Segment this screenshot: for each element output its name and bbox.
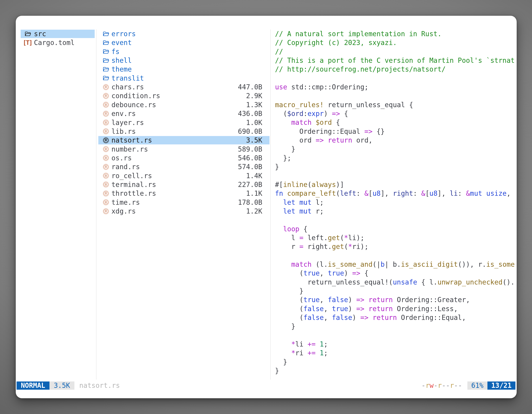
- code-line: }: [275, 357, 517, 366]
- folder-icon: [103, 66, 109, 73]
- rust-icon: [103, 155, 109, 161]
- folder-icon: [103, 75, 109, 81]
- file-size: 1.4K: [246, 172, 262, 180]
- code-line: return_unless_equal!(unsafe { l.unwrap_u…: [275, 278, 517, 287]
- code-line: };: [275, 154, 517, 163]
- code-line: Ordering::Equal => {}: [275, 127, 517, 136]
- file-row-shell[interactable]: shell: [98, 56, 269, 65]
- file-row-event[interactable]: event: [98, 39, 269, 47]
- code-line: r = right.get(*ri);: [275, 242, 517, 251]
- file-size: 690.0B: [238, 127, 262, 136]
- parent-pane[interactable]: src[T]Cargo.toml: [21, 29, 95, 380]
- folder-icon: [103, 39, 109, 46]
- rust-icon: [103, 128, 109, 135]
- code-line: [275, 251, 517, 260]
- rust-icon: [103, 93, 109, 99]
- code-line: //: [275, 47, 517, 56]
- file-row-terminal.rs[interactable]: terminal.rs227.0B: [98, 180, 269, 189]
- file-row-translit[interactable]: translit: [98, 74, 269, 82]
- file-name: number.rs: [111, 145, 148, 154]
- code-line: (true, true) => {: [275, 269, 517, 278]
- code-line: use std::cmp::Ordering;: [275, 83, 517, 91]
- rust-icon: [103, 84, 109, 90]
- file-name: errors: [111, 30, 136, 38]
- status-right: -rw-r--r-- 61% 13/21: [421, 382, 515, 390]
- rust-icon: [103, 190, 109, 197]
- file-name: time.rs: [111, 198, 140, 207]
- file-row-natsort.rs[interactable]: natsort.rs3.5K: [98, 136, 269, 144]
- file-size: 546.0B: [238, 154, 262, 162]
- desktop-background: src[T]Cargo.toml errorseventfsshelltheme…: [0, 0, 532, 414]
- rust-icon: [103, 208, 109, 215]
- file-size: 227.0B: [238, 180, 262, 189]
- file-name: fs: [111, 48, 120, 56]
- file-row-xdg.rs[interactable]: xdg.rs1.2K: [98, 207, 269, 215]
- file-row-chars.rs[interactable]: chars.rs447.0B: [98, 83, 269, 91]
- code-line: #[inline(always)]: [275, 180, 517, 189]
- rust-icon: [103, 181, 109, 188]
- code-line: ord => return ord,: [275, 136, 517, 144]
- file-name: rand.rs: [111, 163, 140, 171]
- file-name: theme: [111, 65, 132, 73]
- code-line: [275, 216, 517, 224]
- file-size: 1.0K: [246, 118, 262, 127]
- file-name: natsort.rs: [111, 136, 152, 144]
- file-row-ro_cell.rs[interactable]: ro_cell.rs1.4K: [98, 172, 269, 180]
- code-line: (false, true) => return Ordering::Less,: [275, 304, 517, 313]
- rust-icon: [103, 164, 109, 170]
- code-line: *ri += 1;: [275, 348, 517, 357]
- file-row-src[interactable]: src: [21, 30, 95, 38]
- file-row-errors[interactable]: errors: [98, 30, 269, 38]
- code-line: [275, 331, 517, 340]
- file-row-os.rs[interactable]: os.rs546.0B: [98, 154, 269, 162]
- file-name: translit: [111, 74, 144, 82]
- rust-icon: [103, 199, 109, 206]
- code-line: macro_rules! return_unless_equal {: [275, 100, 517, 109]
- rust-icon: [103, 110, 109, 117]
- permissions: -rw-r--r--: [421, 382, 462, 390]
- file-name: shell: [111, 56, 132, 65]
- rust-icon: [103, 119, 109, 126]
- file-row-debounce.rs[interactable]: debounce.rs1.3K: [98, 101, 269, 109]
- file-size: 436.0B: [238, 109, 262, 118]
- rust-icon: [103, 101, 109, 108]
- code-line: }: [275, 287, 517, 295]
- file-name: Cargo.toml: [34, 39, 75, 47]
- file-row-fs[interactable]: fs: [98, 48, 269, 56]
- current-pane[interactable]: errorseventfsshellthemetranslitchars.rs4…: [98, 29, 269, 380]
- file-row-rand.rs[interactable]: rand.rs574.0B: [98, 163, 269, 171]
- code-line: (true, false) => return Ordering::Greate…: [275, 295, 517, 304]
- code-line: // Copyright (c) 2023, sxyazi.: [275, 38, 517, 47]
- preview-pane[interactable]: // A natural sort implementation in Rust…: [275, 29, 517, 380]
- folder-icon: [103, 31, 109, 37]
- code-line: l = left.get(*li);: [275, 233, 517, 242]
- file-row-env.rs[interactable]: env.rs436.0B: [98, 109, 269, 118]
- code-line: [275, 91, 517, 100]
- file-row-time.rs[interactable]: time.rs178.0B: [98, 198, 269, 207]
- code-line: [275, 171, 517, 180]
- scroll-percent-badge: 61%: [467, 382, 487, 390]
- code-line: [275, 74, 517, 83]
- file-row-condition.rs[interactable]: condition.rs2.9K: [98, 92, 269, 100]
- file-row-number.rs[interactable]: number.rs589.0B: [98, 145, 269, 154]
- file-row-Cargo.toml[interactable]: [T]Cargo.toml: [21, 39, 95, 47]
- file-size: 1.3K: [246, 101, 262, 109]
- file-size: 1.2K: [246, 207, 262, 215]
- file-name: layer.rs: [111, 118, 144, 127]
- rust-icon: [103, 146, 109, 152]
- cursor-position-badge: 13/21: [487, 382, 515, 390]
- file-row-layer.rs[interactable]: layer.rs1.0K: [98, 118, 269, 127]
- code-line: }: [275, 163, 517, 171]
- file-size-badge: 3.5K: [49, 382, 74, 390]
- file-row-throttle.rs[interactable]: throttle.rs1.1K: [98, 189, 269, 198]
- file-size: 589.0B: [238, 145, 262, 154]
- code-line: loop {: [275, 225, 517, 233]
- file-name: lib.rs: [111, 127, 136, 136]
- file-name: env.rs: [111, 109, 136, 118]
- rust-icon: [103, 137, 109, 144]
- rust-icon: [103, 173, 109, 179]
- status-filename: natsort.rs: [79, 382, 120, 390]
- file-row-theme[interactable]: theme: [98, 65, 269, 73]
- file-name: condition.rs: [111, 92, 160, 100]
- file-row-lib.rs[interactable]: lib.rs690.0B: [98, 127, 269, 136]
